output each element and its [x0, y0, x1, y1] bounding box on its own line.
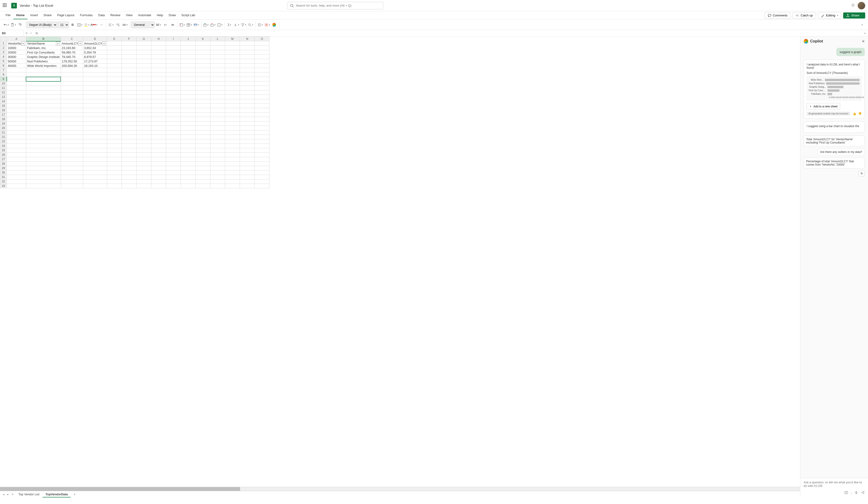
cell-B30[interactable] [26, 171, 61, 175]
cell-M21[interactable] [225, 130, 240, 135]
cell-J22[interactable] [180, 135, 195, 139]
cell-H31[interactable] [151, 175, 166, 179]
row-header-30[interactable]: 30 [0, 171, 7, 175]
row-header-29[interactable]: 29 [0, 166, 7, 171]
cell-G3[interactable] [136, 50, 151, 55]
cell-E32[interactable] [107, 179, 122, 184]
cell-G4[interactable] [136, 55, 151, 59]
cancel-formula-icon[interactable]: ✕ [25, 31, 28, 35]
currency-button[interactable]: $€▾ [155, 22, 162, 28]
col-header-J[interactable]: J [180, 37, 195, 41]
cell-D18[interactable] [83, 117, 107, 121]
cell-L5[interactable] [210, 59, 225, 63]
cell-L19[interactable] [210, 121, 225, 126]
cell-G23[interactable] [136, 139, 151, 144]
cell-L27[interactable] [210, 157, 225, 162]
cell-E15[interactable] [107, 104, 122, 108]
cell-J15[interactable] [180, 104, 195, 108]
cell-E18[interactable] [107, 117, 122, 121]
cell-A16[interactable] [7, 108, 26, 113]
cell-B10[interactable] [26, 81, 61, 86]
cell-K31[interactable] [195, 175, 210, 179]
cell-N2[interactable] [240, 46, 255, 50]
cell-E12[interactable] [107, 90, 122, 95]
autosum-button[interactable]: Σ▾ [226, 22, 232, 28]
row-header-14[interactable]: 14 [0, 99, 7, 104]
cell-B29[interactable] [26, 166, 61, 171]
cell-C31[interactable] [61, 175, 83, 179]
cell-M4[interactable] [225, 55, 240, 59]
cell-O30[interactable] [255, 171, 269, 175]
cell-A15[interactable] [7, 104, 26, 108]
cell-H8[interactable] [151, 72, 166, 77]
cell-D3[interactable]: 5,354.78 [83, 50, 107, 55]
cell-F30[interactable] [122, 171, 136, 175]
cell-B17[interactable] [26, 113, 61, 117]
cell-B15[interactable] [26, 104, 61, 108]
cell-F19[interactable] [122, 121, 136, 126]
cell-B8[interactable] [26, 72, 61, 77]
cell-E29[interactable] [107, 166, 122, 171]
cell-F14[interactable] [122, 99, 136, 104]
cell-N22[interactable] [240, 135, 255, 139]
cell-N14[interactable] [240, 99, 255, 104]
cell-H21[interactable] [151, 130, 166, 135]
cell-M1[interactable] [225, 41, 240, 46]
cell-C23[interactable] [61, 139, 83, 144]
cell-E6[interactable] [107, 63, 122, 68]
cell-L21[interactable] [210, 130, 225, 135]
cell-L32[interactable] [210, 179, 225, 184]
clear-button[interactable]: ▾ [233, 22, 240, 28]
cell-H22[interactable] [151, 135, 166, 139]
menu-help[interactable]: Help [154, 11, 166, 19]
cell-H7[interactable] [151, 68, 166, 72]
cell-K29[interactable] [195, 166, 210, 171]
cell-D17[interactable] [83, 113, 107, 117]
cell-K12[interactable] [195, 90, 210, 95]
row-header-9[interactable]: 9 [0, 77, 7, 81]
menu-insert[interactable]: Insert [28, 11, 41, 19]
cell-H24[interactable] [151, 144, 166, 148]
cell-B1[interactable]: VendorName▾ [26, 41, 61, 46]
cell-D28[interactable] [83, 162, 107, 166]
gear-icon[interactable] [851, 3, 855, 8]
cell-I29[interactable] [166, 166, 180, 171]
cell-B33[interactable] [26, 184, 61, 188]
cell-O31[interactable] [255, 175, 269, 179]
cell-A10[interactable] [7, 81, 26, 86]
row-header-19[interactable]: 19 [0, 121, 7, 126]
cell-B5[interactable]: Nod Publishers [26, 59, 61, 63]
cell-D32[interactable] [83, 179, 107, 184]
cell-I12[interactable] [166, 90, 180, 95]
cell-O16[interactable] [255, 108, 269, 113]
cell-A14[interactable] [7, 99, 26, 104]
cell-F4[interactable] [122, 55, 136, 59]
cell-J18[interactable] [180, 117, 195, 121]
cell-K21[interactable] [195, 130, 210, 135]
row-header-6[interactable]: 6 [0, 63, 7, 68]
col-header-N[interactable]: N [240, 37, 255, 41]
sheet-tab-topvendordata[interactable]: TopVendorData [42, 491, 71, 497]
cell-G19[interactable] [136, 121, 151, 126]
cell-C28[interactable] [61, 162, 83, 166]
cell-E1[interactable] [107, 41, 122, 46]
cell-N23[interactable] [240, 139, 255, 144]
cell-K25[interactable] [195, 148, 210, 153]
cell-E8[interactable] [107, 72, 122, 77]
row-header-33[interactable]: 33 [0, 184, 7, 188]
col-header-B[interactable]: B [26, 37, 61, 41]
cell-I6[interactable] [166, 63, 180, 68]
cell-F25[interactable] [122, 148, 136, 153]
cell-L28[interactable] [210, 162, 225, 166]
cell-G8[interactable] [136, 72, 151, 77]
cell-D12[interactable] [83, 90, 107, 95]
cell-N1[interactable] [240, 41, 255, 46]
cell-G27[interactable] [136, 157, 151, 162]
cell-G32[interactable] [136, 179, 151, 184]
cell-F27[interactable] [122, 157, 136, 162]
cell-B9[interactable] [26, 77, 61, 81]
cell-D21[interactable] [83, 130, 107, 135]
cell-G9[interactable] [136, 77, 151, 81]
cell-N7[interactable] [240, 68, 255, 72]
number-format-select[interactable]: General [131, 22, 155, 28]
